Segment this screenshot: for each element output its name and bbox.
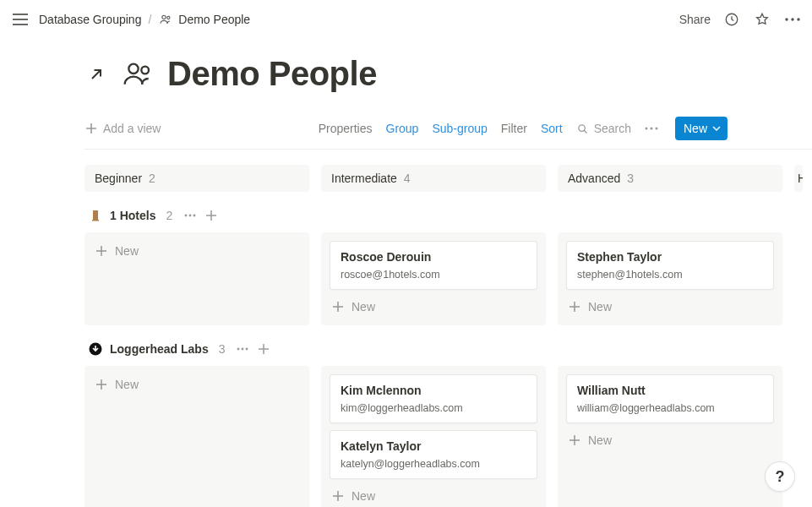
group-count: 2	[166, 209, 172, 222]
sidebar-toggle-button[interactable]	[10, 9, 30, 30]
svg-point-14	[185, 215, 188, 217]
add-card-button[interactable]: New	[566, 297, 774, 317]
card-email: stephen@1hotels.com	[577, 269, 763, 281]
add-card-label: New	[115, 378, 139, 391]
group-name[interactable]: 1 Hotels	[110, 209, 155, 222]
group-row-1hotels: New Roscoe Derouin roscoe@1hotels.com Ne…	[84, 232, 812, 325]
favorite-button[interactable]	[753, 10, 771, 29]
sort-button[interactable]: Sort	[541, 122, 563, 135]
group-icon	[88, 341, 103, 357]
svg-point-5	[797, 18, 799, 20]
group-col-intermediate: Kim Mclennon kim@loggerheadlabs.com Kate…	[321, 366, 546, 507]
page-header: Demo People	[84, 55, 812, 93]
column-header-overflow[interactable]: H	[794, 165, 803, 192]
search-icon	[576, 123, 589, 135]
group-icon	[88, 208, 103, 223]
card[interactable]: Stephen Taylor stephen@1hotels.com	[566, 241, 774, 290]
people-icon	[158, 12, 173, 27]
column-count: 4	[404, 172, 411, 185]
column-header-intermediate[interactable]: Intermediate 4	[321, 165, 546, 192]
svg-point-16	[193, 215, 196, 217]
plus-icon	[331, 300, 345, 313]
add-card-button[interactable]: New	[330, 297, 537, 317]
add-card-label: New	[352, 489, 375, 503]
group-more-button[interactable]	[184, 214, 196, 217]
plus-icon	[259, 344, 269, 354]
view-more-button[interactable]	[645, 127, 662, 130]
plus-icon	[95, 378, 108, 391]
more-button[interactable]	[783, 10, 802, 29]
page-title[interactable]: Demo People	[167, 55, 377, 93]
svg-point-18	[237, 348, 240, 351]
group-col-advanced: Stephen Taylor stephen@1hotels.com New	[558, 232, 782, 325]
add-card-label: New	[115, 244, 139, 258]
search-label: Search	[594, 122, 631, 135]
dots-icon	[237, 347, 248, 351]
plus-icon	[331, 489, 345, 503]
svg-point-3	[785, 18, 787, 20]
add-card-button[interactable]: New	[93, 241, 301, 261]
plus-icon	[95, 244, 108, 258]
svg-point-9	[645, 128, 647, 130]
plus-icon	[206, 210, 216, 221]
add-card-button[interactable]: New	[93, 374, 301, 395]
group-count: 3	[219, 342, 226, 356]
group-add-button[interactable]	[203, 207, 220, 224]
card[interactable]: William Nutt william@loggerheadlabs.com	[566, 374, 774, 423]
svg-point-15	[189, 215, 192, 217]
breadcrumb-root[interactable]: Database Grouping	[39, 13, 141, 26]
group-row-loggerhead: New Kim Mclennon kim@loggerheadlabs.com …	[84, 366, 812, 507]
breadcrumb-current[interactable]: Demo People	[158, 12, 250, 27]
dots-icon	[184, 214, 196, 217]
board-column-headers: Beginner 2 Intermediate 4 Advanced 3 H	[84, 165, 812, 192]
plus-icon	[84, 122, 98, 135]
card-email: william@loggerheadlabs.com	[577, 402, 763, 414]
column-name: H	[798, 172, 803, 185]
svg-rect-13	[92, 220, 99, 221]
column-name: Intermediate	[331, 172, 397, 185]
open-as-page-button[interactable]	[84, 63, 108, 86]
properties-button[interactable]: Properties	[319, 122, 373, 135]
card[interactable]: Kim Mclennon kim@loggerheadlabs.com	[330, 374, 537, 423]
view-controls: Add a view Properties Group Sub-group Fi…	[84, 117, 812, 150]
add-card-button[interactable]: New	[566, 430, 774, 450]
card-email: katelyn@loggerheadlabs.com	[341, 458, 526, 470]
card-name: Roscoe Derouin	[341, 250, 526, 264]
help-button[interactable]: ?	[765, 461, 795, 492]
page-icon[interactable]	[120, 57, 155, 92]
new-button[interactable]: New	[675, 117, 728, 140]
breadcrumb-separator: /	[148, 13, 151, 26]
filter-button[interactable]: Filter	[501, 122, 527, 135]
card[interactable]: Roscoe Derouin roscoe@1hotels.com	[330, 241, 537, 290]
updates-button[interactable]	[722, 10, 741, 29]
svg-point-1	[167, 16, 170, 19]
svg-point-19	[242, 348, 244, 351]
star-icon	[755, 12, 770, 27]
search-button[interactable]: Search	[576, 122, 631, 135]
clock-icon	[724, 12, 739, 27]
card-name: Kim Mclennon	[341, 384, 526, 397]
group-col-advanced: William Nutt william@loggerheadlabs.com …	[558, 366, 782, 507]
circle-down-icon	[89, 342, 102, 356]
group-more-button[interactable]	[237, 347, 248, 351]
svg-point-20	[246, 348, 248, 351]
group-add-button[interactable]	[255, 341, 272, 357]
card[interactable]: Katelyn Taylor katelyn@loggerheadlabs.co…	[330, 430, 537, 479]
card-email: kim@loggerheadlabs.com	[341, 402, 526, 414]
add-view-button[interactable]: Add a view	[84, 122, 161, 135]
group-button[interactable]: Group	[386, 122, 419, 135]
new-button-label: New	[684, 122, 707, 135]
add-card-button[interactable]: New	[330, 486, 537, 506]
column-header-beginner[interactable]: Beginner 2	[84, 165, 309, 192]
group-name[interactable]: Loggerhead Labs	[110, 342, 209, 356]
share-button[interactable]: Share	[679, 13, 711, 26]
svg-point-7	[141, 66, 149, 74]
subgroup-button[interactable]: Sub-group	[432, 122, 487, 135]
building-icon	[89, 209, 102, 222]
arrow-up-right-icon	[88, 66, 105, 83]
group-header-1hotels: 1 Hotels 2	[84, 207, 812, 224]
dots-icon	[785, 18, 800, 21]
svg-rect-12	[93, 210, 98, 221]
card-name: Katelyn Taylor	[341, 439, 526, 453]
column-header-advanced[interactable]: Advanced 3	[558, 165, 782, 192]
